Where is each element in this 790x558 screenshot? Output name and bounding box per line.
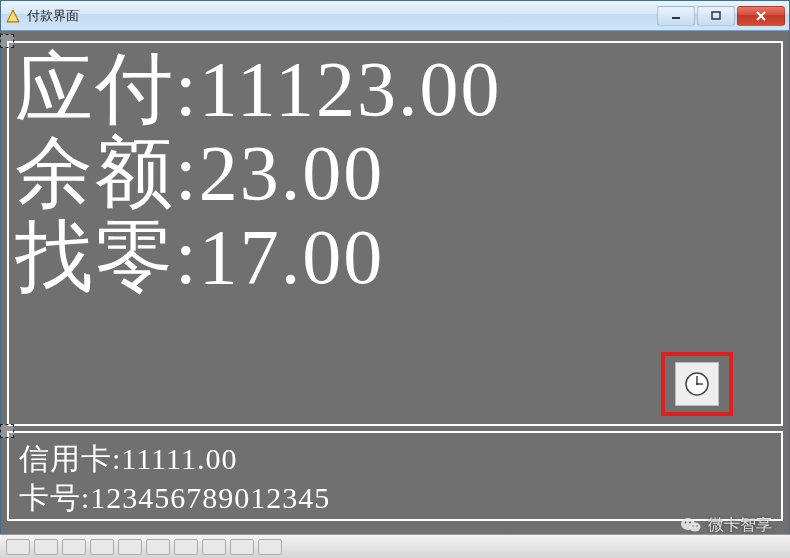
watermark-text: 微卡智享	[708, 515, 772, 536]
credit-row: 信用卡:11111.00	[19, 439, 771, 478]
timer-highlight	[661, 352, 733, 416]
amounts-panel: 应付:11123.00 余额:23.00 找零:17.00	[7, 41, 783, 426]
change-row: 找零:17.00	[15, 215, 775, 299]
minimize-button[interactable]	[657, 6, 695, 26]
clock-icon	[684, 371, 710, 397]
payment-window: 付款界面 应付:11123.00	[0, 0, 790, 534]
credit-value: 11111.00	[121, 442, 237, 475]
task-button[interactable]	[6, 539, 30, 555]
task-button[interactable]	[118, 539, 142, 555]
change-value: 17.00	[199, 213, 385, 300]
app-icon	[5, 8, 21, 24]
credit-label: 信用卡	[19, 442, 112, 475]
window-controls	[657, 6, 785, 26]
balance-value: 23.00	[199, 129, 385, 216]
titlebar[interactable]: 付款界面	[1, 1, 789, 31]
design-handle-icon	[0, 424, 14, 438]
client-area: 应付:11123.00 余额:23.00 找零:17.00	[1, 31, 789, 534]
card-panel: 信用卡:11111.00 卡号:123456789012345	[7, 431, 783, 521]
watermark: 微卡智享	[680, 514, 772, 536]
task-button[interactable]	[202, 539, 226, 555]
cardno-value: 123456789012345	[90, 481, 330, 514]
task-button[interactable]	[62, 539, 86, 555]
maximize-button[interactable]	[697, 6, 735, 26]
due-value: 11123.00	[199, 45, 502, 132]
svg-point-13	[689, 522, 691, 524]
svg-point-14	[692, 525, 693, 526]
svg-rect-3	[712, 12, 720, 19]
cardno-label: 卡号	[19, 481, 81, 514]
svg-point-11	[690, 523, 701, 532]
svg-point-12	[685, 522, 687, 524]
timer-button[interactable]	[675, 362, 719, 406]
taskbar	[0, 534, 790, 558]
amount-due-row: 应付:11123.00	[15, 47, 775, 131]
task-button[interactable]	[230, 539, 254, 555]
svg-point-9	[696, 383, 698, 385]
task-button[interactable]	[174, 539, 198, 555]
due-label: 应付	[15, 45, 175, 132]
balance-label: 余额	[15, 129, 175, 216]
task-button[interactable]	[90, 539, 114, 555]
design-handle-icon	[0, 34, 14, 48]
svg-point-15	[696, 525, 697, 526]
task-button[interactable]	[146, 539, 170, 555]
wechat-icon	[680, 514, 702, 536]
close-button[interactable]	[737, 6, 785, 26]
task-button[interactable]	[258, 539, 282, 555]
window-title: 付款界面	[27, 7, 657, 25]
change-label: 找零	[15, 213, 175, 300]
cardno-row: 卡号:123456789012345	[19, 478, 771, 517]
task-button[interactable]	[34, 539, 58, 555]
balance-row: 余额:23.00	[15, 131, 775, 215]
